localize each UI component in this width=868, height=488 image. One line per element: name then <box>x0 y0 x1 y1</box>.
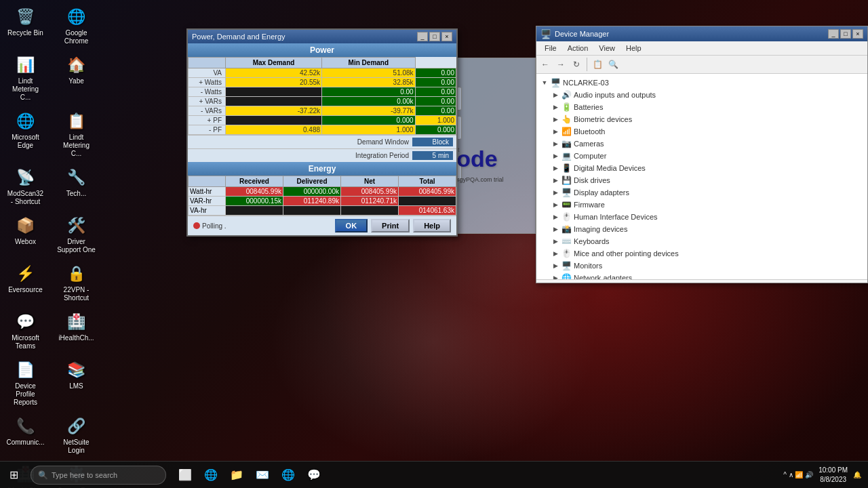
dm-monitors-item[interactable]: ▶ 🖥️ Monitors <box>536 260 867 272</box>
vpn-img: 🔒 <box>66 263 87 285</box>
varhr-net: 011240.71k <box>341 197 399 206</box>
power-row-pf-plus: + PF 0.000 1.000 <box>189 116 456 125</box>
taskbar-teams-icon[interactable]: 💬 <box>302 463 326 487</box>
taskbar-explorer-icon[interactable]: 📁 <box>224 463 249 487</box>
dm-imaging-expand[interactable]: ▶ <box>550 226 561 232</box>
dm-computer-expand[interactable]: ▶ <box>550 152 561 159</box>
dm-network-item[interactable]: ▶ 🌐 Network adapters <box>536 272 867 279</box>
va-min: 0.00 <box>415 68 456 78</box>
dm-monitors-expand[interactable]: ▶ <box>550 262 561 269</box>
dm-firmware-expand[interactable]: ▶ <box>550 201 561 208</box>
dm-display-icon: 🖥️ <box>561 187 572 198</box>
dm-biometric-expand[interactable]: ▶ <box>550 116 561 123</box>
search-icon: 🔍 <box>38 470 48 480</box>
tray-notification[interactable]: 🔔 <box>853 471 861 479</box>
dm-disk-drives-item[interactable]: ▶ 💾 Disk drives <box>536 174 867 186</box>
google-chrome-icon[interactable]: 🌐 Google Chrome <box>54 3 98 48</box>
recycle-bin-icon[interactable]: 🗑️ Recycle Bin <box>3 3 47 48</box>
dm-bluetooth-expand[interactable]: ▶ <box>550 128 561 135</box>
dm-cameras-item[interactable]: ▶ 📷 Cameras <box>536 138 867 150</box>
taskbar-search-box[interactable]: 🔍 Type here to search <box>31 466 166 485</box>
dm-scan-button[interactable]: 🔍 <box>606 57 620 72</box>
ok-button[interactable]: OK <box>335 219 368 232</box>
help-button[interactable]: Help <box>413 219 451 232</box>
vars-minus-current: -37.22k <box>226 106 322 116</box>
pf-minus-label: - PF <box>189 125 226 135</box>
dm-disk-drives-expand[interactable]: ▶ <box>550 177 561 184</box>
dm-display-expand[interactable]: ▶ <box>550 189 561 196</box>
vahr-total: 014061.63k <box>399 206 456 216</box>
driver-icon[interactable]: 🛠️ Driver Support One <box>54 212 98 257</box>
dm-cameras-expand[interactable]: ▶ <box>550 140 561 147</box>
start-button[interactable]: ⊞ <box>0 462 27 489</box>
dm-tree[interactable]: ▼ 🖥️ NCLARKE-03 ▶ 🔊 Audio inputs and out… <box>536 74 867 279</box>
tech-icon[interactable]: 🔧 Tech... <box>54 164 98 209</box>
dm-hid-item[interactable]: ▶ 🖱️ Human Interface Devices <box>536 211 867 223</box>
vpn-icon[interactable]: 🔒 22VPN - Shortcut <box>54 260 98 305</box>
dm-audio-item[interactable]: ▶ 🔊 Audio inputs and outputs <box>536 89 867 101</box>
dm-menu-help[interactable]: Help <box>620 43 647 54</box>
dm-biometric-item[interactable]: ▶ 👆 Biometric devices <box>536 113 867 125</box>
energy-table: Received Delivered Net Total Watt-hr 008… <box>188 176 456 216</box>
dm-menu-view[interactable]: View <box>593 43 620 54</box>
dm-batteries-item[interactable]: ▶ 🔋 Batteries <box>536 101 867 113</box>
dm-digital-media-item[interactable]: ▶ 📱 Digital Media Devices <box>536 162 867 174</box>
dm-digital-media-expand[interactable]: ▶ <box>550 165 561 171</box>
power-col-empty <box>189 58 226 68</box>
dm-hid-expand[interactable]: ▶ <box>550 214 561 220</box>
dm-display-item[interactable]: ▶ 🖥️ Display adapters <box>536 186 867 199</box>
print-button[interactable]: Print <box>371 219 410 232</box>
dm-refresh-button[interactable]: ↻ <box>569 57 584 72</box>
energy-col-received: Received <box>226 176 283 187</box>
varhr-total <box>399 197 456 206</box>
ms-edge-icon[interactable]: 🌐 Microsoft Edge <box>3 108 47 161</box>
minimize-button[interactable]: _ <box>417 32 428 41</box>
dm-back-button[interactable]: ← <box>538 57 553 72</box>
dm-root-expand[interactable]: ▼ <box>539 79 550 86</box>
va-current: 42.52k <box>226 68 322 78</box>
vahr-received <box>226 206 283 216</box>
recycle-bin-img: 🗑️ <box>15 6 37 28</box>
taskbar-chrome-icon[interactable]: 🌐 <box>276 463 300 487</box>
dm-batteries-expand[interactable]: ▶ <box>550 104 561 110</box>
dm-keyboards-item[interactable]: ▶ ⌨️ Keyboards <box>536 235 867 247</box>
netsuit-icon[interactable]: 🔗 NetSuite Login <box>54 413 98 458</box>
lindt2-icon[interactable]: 📋 Lindt Metering C... <box>54 108 98 161</box>
dm-maximize-button[interactable]: □ <box>840 29 851 39</box>
maximize-button[interactable]: □ <box>429 32 440 41</box>
yabe-icon[interactable]: 🏠 Yabe <box>54 52 98 104</box>
dm-forward-button[interactable]: → <box>553 57 568 72</box>
dm-menu-file[interactable]: File <box>539 43 562 54</box>
taskbar-ie-icon[interactable]: 🌐 <box>199 463 223 487</box>
dm-mice-icon: 🖱️ <box>561 248 572 259</box>
dm-root-item[interactable]: ▼ 🖥️ NCLARKE-03 <box>536 77 867 89</box>
dm-firmware-item[interactable]: ▶ 📟 Firmware <box>536 199 867 211</box>
dm-close-button[interactable]: × <box>852 29 863 39</box>
power-row-vars-plus: + VARs 0.00k 0.00 <box>189 97 456 106</box>
dm-imaging-item[interactable]: ▶ 📸 Imaging devices <box>536 223 867 235</box>
taskbar-task-view[interactable]: ⬜ <box>173 463 197 487</box>
dm-audio-expand[interactable]: ▶ <box>550 92 561 98</box>
dm-menu-action[interactable]: Action <box>562 43 594 54</box>
teams-icon[interactable]: 💬 Microsoft Teams <box>3 308 47 353</box>
communic-icon[interactable]: 📞 Communic... <box>3 413 47 458</box>
dm-icon: 🖥️ <box>540 29 551 39</box>
dm-mice-expand[interactable]: ▶ <box>550 250 561 257</box>
devprofile-icon[interactable]: 📄 Device Profile Reports <box>3 357 47 409</box>
dm-firmware-icon: 📟 <box>561 199 572 210</box>
webox-icon[interactable]: 📦 Webox <box>3 212 47 257</box>
modscan-icon[interactable]: 📡 ModScan32 - Shortcut <box>3 164 47 209</box>
dm-mice-item[interactable]: ▶ 🖱️ Mice and other pointing devices <box>536 247 867 260</box>
ihealth-icon[interactable]: 🏥 iHealthCh... <box>54 308 98 353</box>
eversource-icon[interactable]: ⚡ Eversource <box>3 260 47 305</box>
close-button[interactable]: × <box>441 32 452 41</box>
taskbar-mail-icon[interactable]: ✉️ <box>250 463 275 487</box>
dm-minimize-button[interactable]: _ <box>828 29 839 39</box>
lindt-icon[interactable]: 📊 Lindt Metering C... <box>3 52 47 104</box>
dm-properties-button[interactable]: 📋 <box>590 57 605 72</box>
dm-computer-item[interactable]: ▶ 💻 Computer <box>536 150 867 162</box>
dm-network-expand[interactable]: ▶ <box>550 274 561 279</box>
lms-icon[interactable]: 📚 LMS <box>54 357 98 409</box>
dm-bluetooth-item[interactable]: ▶ 📶 Bluetooth <box>536 125 867 138</box>
dm-keyboards-expand[interactable]: ▶ <box>550 238 561 245</box>
